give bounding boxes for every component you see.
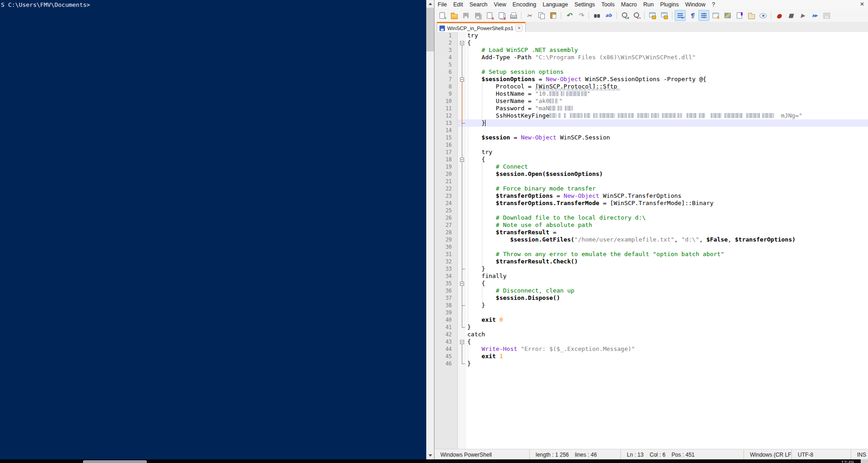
code-line[interactable]: exit 1: [466, 353, 868, 360]
code-line[interactable]: Add-Type -Path "C:\Program Files (x86)\W…: [466, 54, 868, 61]
code-line[interactable]: $session.Dispose(): [466, 294, 868, 302]
macro-play-icon[interactable]: ▶: [797, 10, 808, 21]
close-file-icon[interactable]: [484, 10, 495, 21]
code-lines[interactable]: try{ # Load WinSCP .NET assembly Add-Typ…: [466, 32, 868, 449]
find-icon[interactable]: [591, 10, 602, 21]
code-line[interactable]: # Disconnect, clean up: [466, 287, 868, 294]
code-line[interactable]: HostName = "10.": [466, 90, 868, 98]
code-line[interactable]: $transferOptions.TransferMode = [WinSCP.…: [466, 200, 868, 207]
code-line[interactable]: }: [466, 324, 868, 331]
folder-as-workspace-icon[interactable]: [746, 10, 757, 21]
code-line[interactable]: }: [466, 265, 868, 273]
show-all-characters-icon[interactable]: ¶: [687, 10, 698, 21]
macro-run-multiple-icon[interactable]: ▶▶: [809, 10, 820, 21]
code-line[interactable]: {: [466, 156, 868, 163]
fold-collapse-box[interactable]: [460, 158, 464, 162]
code-line[interactable]: {: [466, 280, 868, 287]
scroll-down-button[interactable]: [426, 452, 434, 459]
print-icon[interactable]: [508, 10, 519, 21]
terminal-scrollbar[interactable]: [426, 0, 434, 459]
menu-item-tools[interactable]: Tools: [598, 0, 618, 9]
code-line[interactable]: Write-Host "Error: $($_.Exception.Messag…: [466, 345, 868, 353]
close-all-icon[interactable]: [496, 10, 507, 21]
open-file-icon[interactable]: [449, 10, 460, 21]
code-line[interactable]: [466, 178, 868, 185]
code-line[interactable]: [466, 141, 868, 149]
menu-item-search[interactable]: Search: [466, 0, 491, 9]
copy-icon[interactable]: [536, 10, 547, 21]
code-line[interactable]: $transferResult.Check(): [466, 258, 868, 265]
code-line[interactable]: $transferResult =: [466, 229, 868, 236]
code-line[interactable]: # Throw on any error to emulate the defa…: [466, 251, 868, 258]
code-line[interactable]: $session.Open($sessionOptions): [466, 170, 868, 178]
menu-item-plugins[interactable]: Plugins: [657, 0, 682, 9]
code-line[interactable]: SshHostKeyFingemJNg=": [466, 112, 868, 119]
fold-collapse-box[interactable]: [460, 282, 464, 286]
editor-area[interactable]: 1234567891011121314151617181920212223242…: [434, 32, 868, 449]
scrollbar-thumb[interactable]: [426, 8, 434, 51]
code-line[interactable]: {: [466, 39, 868, 46]
fold-collapse-box[interactable]: [460, 41, 464, 45]
terminal-window[interactable]: S C:\Users\FMV\Documents>: [0, 0, 426, 459]
code-line[interactable]: $session = New-Object WinSCP.Session: [466, 134, 868, 141]
tab-close-icon[interactable]: ✕: [516, 25, 522, 31]
code-line[interactable]: }: [466, 360, 868, 367]
code-line[interactable]: # Force binary mode transfer: [466, 185, 868, 192]
code-line[interactable]: [466, 309, 868, 316]
code-line[interactable]: Protocol = [WinSCP.Protocol]::Sftp: [466, 83, 868, 90]
code-line[interactable]: $session.GetFiles("/home/user/examplefil…: [466, 236, 868, 243]
code-line[interactable]: finally: [466, 273, 868, 280]
window-close-button[interactable]: ✕: [858, 0, 866, 8]
menu-item-language[interactable]: Language: [539, 0, 571, 9]
replace-icon[interactable]: ab: [603, 10, 614, 21]
monitoring-icon[interactable]: [758, 10, 769, 21]
redo-icon[interactable]: ↷: [575, 10, 586, 21]
show-desktop-button[interactable]: [861, 459, 868, 463]
sync-horizontal-scroll-icon[interactable]: [659, 10, 670, 21]
undo-icon[interactable]: ↶: [563, 10, 574, 21]
code-line[interactable]: # Load WinSCP .NET assembly: [466, 46, 868, 54]
menu-item-file[interactable]: File: [434, 0, 450, 9]
menu-item-window[interactable]: Window: [682, 0, 708, 9]
code-line[interactable]: exit 0: [466, 316, 868, 324]
code-line[interactable]: catch: [466, 331, 868, 338]
menu-item-[interactable]: ?: [708, 0, 718, 9]
tab-winscp-powershell-file[interactable]: WinSCP_in_PowerShell.ps1 ✕: [437, 22, 526, 33]
code-line[interactable]: [466, 127, 868, 134]
code-line[interactable]: $transferOptions = New-Object WinSCP.Tra…: [466, 192, 868, 200]
menu-item-run[interactable]: Run: [640, 0, 657, 9]
document-map-icon[interactable]: [722, 10, 733, 21]
define-language-icon[interactable]: [710, 10, 721, 21]
taskbar-app-button[interactable]: [83, 460, 147, 463]
sync-vertical-scroll-icon[interactable]: [647, 10, 658, 21]
menu-item-encoding[interactable]: Encoding: [509, 0, 539, 9]
code-line[interactable]: try: [466, 149, 868, 156]
zoom-out-icon[interactable]: −: [631, 10, 642, 21]
save-all-icon[interactable]: [472, 10, 483, 21]
fold-collapse-box[interactable]: [460, 77, 464, 82]
code-line[interactable]: try: [466, 32, 868, 39]
show-indent-guide-icon[interactable]: [698, 10, 709, 21]
zoom-in-icon[interactable]: +: [619, 10, 630, 21]
code-line[interactable]: {: [466, 338, 868, 345]
code-line[interactable]: # Connect: [466, 163, 868, 170]
macro-record-icon[interactable]: ●: [774, 10, 785, 21]
code-line[interactable]: Password = "maN: [466, 105, 868, 112]
macro-save-icon[interactable]: [821, 10, 832, 21]
menu-item-edit[interactable]: Edit: [450, 0, 466, 9]
code-line[interactable]: # Setup session options: [466, 68, 868, 76]
code-line[interactable]: $sessionOptions = New-Object WinSCP.Sess…: [466, 76, 868, 83]
function-list-icon[interactable]: [734, 10, 745, 21]
cut-icon[interactable]: ✂: [524, 10, 535, 21]
code-line[interactable]: [466, 61, 868, 68]
code-line[interactable]: [466, 207, 868, 214]
menu-item-macro[interactable]: Macro: [618, 0, 640, 9]
word-wrap-icon[interactable]: [675, 10, 686, 21]
code-line[interactable]: # Download file to the local directory d…: [466, 214, 868, 221]
save-icon[interactable]: [460, 10, 471, 21]
macro-stop-icon[interactable]: ■: [785, 10, 796, 21]
paste-icon[interactable]: [548, 10, 558, 21]
code-line[interactable]: UserName = "ak0": [466, 98, 868, 105]
line-number-margin[interactable]: 1234567891011121314151617181920212223242…: [434, 32, 458, 449]
code-line[interactable]: [466, 243, 868, 251]
